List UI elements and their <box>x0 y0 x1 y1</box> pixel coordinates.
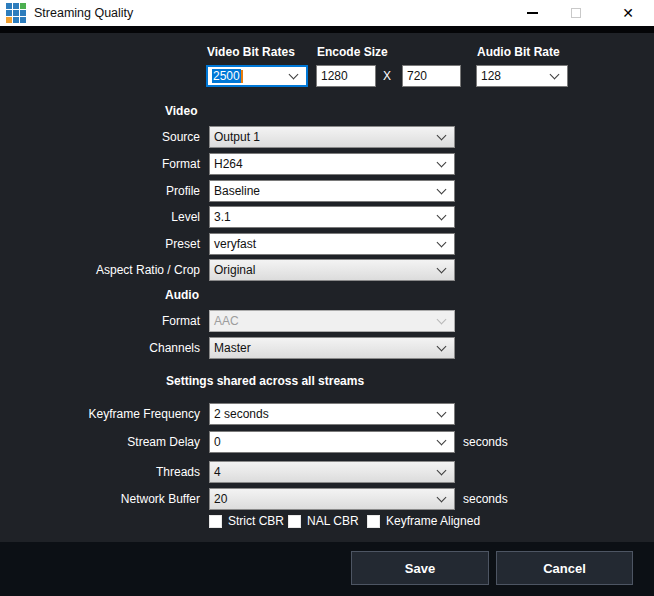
profile-label: Profile <box>0 180 200 202</box>
network-buffer-label: Network Buffer <box>0 488 200 510</box>
level-label: Level <box>0 206 200 228</box>
app-grid-icon <box>6 3 26 23</box>
keyframe-frequency-select[interactable]: 2 seconds <box>209 403 455 425</box>
source-select[interactable]: Output 1 <box>209 126 455 148</box>
format-select[interactable]: H264 <box>209 153 455 175</box>
format-label: Format <box>0 153 200 175</box>
save-button[interactable]: Save <box>351 551 489 585</box>
cancel-button[interactable]: Cancel <box>496 551 633 585</box>
network-buffer-select[interactable]: 20 <box>209 488 455 510</box>
minimize-button[interactable] <box>510 0 554 26</box>
chevron-down-icon <box>437 341 447 351</box>
video-bit-rate-value: 2500 <box>208 69 290 83</box>
checkbox-row: Strict CBR NAL CBR Keyframe Aligned <box>0 514 654 528</box>
chevron-down-icon <box>550 69 560 79</box>
titlebar-divider <box>0 26 654 33</box>
stream-delay-label: Stream Delay <box>0 431 200 453</box>
keyframe-aligned-checkbox[interactable]: Keyframe Aligned <box>367 514 480 528</box>
audio-channels-select[interactable]: Master <box>209 337 455 359</box>
chevron-down-icon <box>437 407 447 417</box>
aspect-ratio-crop-select[interactable]: Original <box>209 259 455 281</box>
nal-cbr-checkbox[interactable]: NAL CBR <box>288 514 359 528</box>
footer-bar: Save Cancel <box>0 542 654 596</box>
chevron-down-icon <box>437 130 447 140</box>
stream-delay-suffix: seconds <box>463 431 508 453</box>
video-bit-rates-label: Video Bit Rates <box>207 45 295 60</box>
preset-label: Preset <box>0 233 200 255</box>
threads-select[interactable]: 4 <box>209 461 455 483</box>
threads-label: Threads <box>0 461 200 483</box>
close-button[interactable]: ✕ <box>606 0 650 26</box>
chevron-down-icon <box>437 184 447 194</box>
audio-channels-label: Channels <box>0 337 200 359</box>
encode-height-input[interactable] <box>402 65 461 87</box>
chevron-down-icon <box>437 465 447 475</box>
audio-format-label: Format <box>0 310 200 332</box>
audio-section-header: Audio <box>165 288 199 303</box>
size-separator: X <box>383 65 391 87</box>
chevron-down-icon <box>437 435 447 445</box>
shared-settings-header: Settings shared across all streams <box>166 374 364 389</box>
checkbox-icon <box>367 515 380 528</box>
audio-bit-rate-label: Audio Bit Rate <box>477 45 560 60</box>
checkbox-icon <box>209 515 222 528</box>
stream-delay-select[interactable]: 0 <box>209 431 455 453</box>
close-icon: ✕ <box>622 6 634 20</box>
audio-bit-rate-select[interactable]: 128 <box>476 65 568 87</box>
window-title: Streaming Quality <box>34 6 133 20</box>
encode-width-input[interactable] <box>316 65 376 87</box>
chevron-down-icon <box>437 157 447 167</box>
streaming-quality-dialog: Streaming Quality ✕ Video Bit Rates 2500… <box>0 0 654 596</box>
network-buffer-suffix: seconds <box>463 488 508 510</box>
source-label: Source <box>0 126 200 148</box>
maximize-icon <box>571 8 581 18</box>
video-bit-rate-select[interactable]: 2500 <box>206 65 308 87</box>
chevron-down-icon <box>289 69 299 79</box>
preset-select[interactable]: veryfast <box>209 233 455 255</box>
chevron-down-icon <box>437 492 447 502</box>
titlebar: Streaming Quality ✕ <box>0 0 654 26</box>
keyframe-frequency-label: Keyframe Frequency <box>0 403 200 425</box>
audio-format-select: AAC <box>209 310 455 332</box>
maximize-button <box>554 0 598 26</box>
chevron-down-icon <box>437 210 447 220</box>
text-caret <box>241 70 243 83</box>
chevron-down-icon <box>437 237 447 247</box>
level-select[interactable]: 3.1 <box>209 206 455 228</box>
video-section-header: Video <box>165 104 197 119</box>
encode-size-label: Encode Size <box>317 45 388 60</box>
chevron-down-icon <box>437 263 447 273</box>
profile-select[interactable]: Baseline <box>209 180 455 202</box>
minimize-icon <box>527 12 538 14</box>
checkbox-icon <box>288 515 301 528</box>
aspect-ratio-crop-label: Aspect Ratio / Crop <box>0 259 200 281</box>
strict-cbr-checkbox[interactable]: Strict CBR <box>209 514 284 528</box>
chevron-down-icon <box>437 314 447 324</box>
